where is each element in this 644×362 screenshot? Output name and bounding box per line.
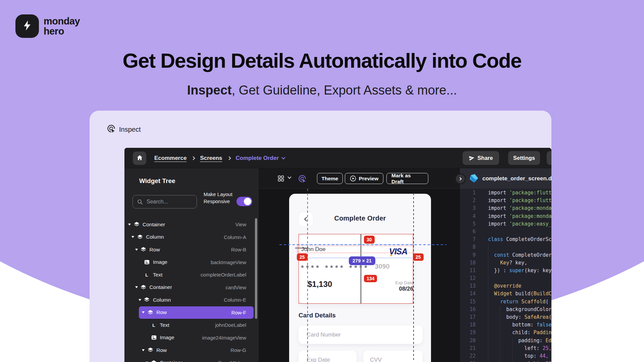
tree-row-Row-G[interactable]: RowRow-G <box>139 344 254 357</box>
line-number: 18 <box>460 321 476 329</box>
code-editor[interactable]: 1import 'package:flutt2import 'package:f… <box>460 189 551 362</box>
cvv-placeholder: CVV <box>370 357 382 362</box>
preview-button[interactable]: Preview <box>345 173 383 184</box>
breadcrumb-current-screen[interactable]: Complete Order <box>236 155 285 162</box>
phone-screen: Complete Order John Doe VISA 30 25 25 13… <box>289 194 431 362</box>
tree-row-detail: image24ImageView <box>202 335 246 341</box>
layers-icon <box>151 360 157 362</box>
breadcrumb-screens[interactable]: Screens <box>200 155 222 162</box>
play-icon <box>350 175 356 182</box>
line-number: 1 <box>460 189 476 197</box>
theme-button[interactable]: Theme <box>317 173 343 184</box>
tree-row-johnDoeLabel[interactable]: LTextjohnDoeLabel <box>143 319 254 331</box>
tree-scrollbar[interactable] <box>255 218 257 319</box>
caret-down-icon[interactable] <box>135 286 141 288</box>
caret-down-icon[interactable] <box>131 236 137 238</box>
mark-as-draft-button[interactable]: Mark as Draft <box>386 173 428 184</box>
make-layout-responsive-label: Make Layout Responsive <box>204 191 236 205</box>
send-icon <box>468 155 475 161</box>
caret-down-icon[interactable] <box>135 249 141 251</box>
code-line: 19 child: Paddin <box>460 329 551 337</box>
search-icon <box>137 199 143 205</box>
line-number: 20 <box>460 337 476 345</box>
inspect-chip: Inspect <box>107 124 141 135</box>
chevron-down-icon[interactable] <box>287 175 291 179</box>
subtitle-bold: Inspect <box>187 83 232 97</box>
logo-mark <box>15 14 39 38</box>
tree-row-backImageView[interactable]: ImagebackImageView <box>136 256 254 269</box>
preview-label: Preview <box>359 176 379 182</box>
design-canvas: Theme Preview Mark as Draft Complete Ord… <box>259 168 460 362</box>
line-number: 8 <box>460 243 476 251</box>
line-number: 3 <box>460 204 476 212</box>
home-icon <box>137 155 143 162</box>
tree-row-Row-B[interactable]: RowRow-B <box>132 243 254 256</box>
breadcrumb-current-label: Complete Order <box>236 155 279 162</box>
tree-row-Row-F[interactable]: RowRow-F <box>139 306 254 319</box>
code-line: 3import 'package:monda <box>460 204 551 212</box>
card-number-placeholder: Card Number <box>307 331 341 338</box>
tree-row-detail: ellipse50View <box>216 360 246 362</box>
svg-text:L: L <box>146 273 148 278</box>
caret-down-icon[interactable] <box>128 224 133 226</box>
tree-row-label: Text <box>160 322 169 328</box>
code-line: 21 left: 25, <box>460 345 551 352</box>
tree-row-detail: backImageView <box>211 259 246 265</box>
line-number: 15 <box>460 298 476 306</box>
share-button[interactable]: Share <box>463 151 499 165</box>
tree-row-ellipse50View[interactable]: Containerellipse50View <box>143 357 254 362</box>
home-button[interactable] <box>133 152 146 165</box>
text-icon: L <box>144 272 150 278</box>
responsive-toggle[interactable] <box>236 197 252 206</box>
tree-row-label: Column <box>153 297 171 303</box>
measure-badge-right: 25 <box>413 253 424 261</box>
chevron-right-icon <box>459 177 462 181</box>
line-number: 4 <box>460 213 476 220</box>
tree-row-detail: cardView <box>226 285 246 290</box>
inspect-chip-label: Inspect <box>119 126 141 133</box>
chevron-right-icon <box>227 156 231 160</box>
search-box[interactable] <box>132 195 197 208</box>
caret-down-icon[interactable] <box>139 299 144 301</box>
grid-view-icon[interactable] <box>278 175 284 183</box>
guide-vertical-black <box>413 193 414 362</box>
line-number: 9 <box>460 251 476 259</box>
mark-as-draft-label: Mark as Draft <box>391 173 423 185</box>
code-line: 9 const CompleteOrder <box>460 251 551 259</box>
tree-row-completeOrderLabel[interactable]: LTextcompleteOrderLabel <box>136 268 254 281</box>
line-number: 6 <box>460 228 476 236</box>
inspect-mode-icon[interactable] <box>298 174 307 184</box>
tree-row-detail: Column-A <box>224 234 246 240</box>
code-line: 22 top: 44, <box>460 352 551 360</box>
settings-button[interactable]: Settings <box>508 151 540 165</box>
expand-code-panel-button[interactable] <box>455 173 466 184</box>
code-line: 12 <box>460 275 551 282</box>
caret-down-icon[interactable] <box>142 311 147 313</box>
tree-row-detail: completeOrderLabel <box>201 272 246 278</box>
lightning-bolt-icon <box>21 19 33 33</box>
search-input[interactable] <box>146 198 190 205</box>
inspect-icon <box>107 124 116 135</box>
layers-icon <box>141 247 147 253</box>
line-number: 17 <box>460 313 476 321</box>
code-line: 17 body: SafeArea( <box>460 313 551 321</box>
breadcrumb-ecommerce[interactable]: Ecommerce <box>154 155 186 162</box>
line-number: 19 <box>460 329 476 337</box>
page-title: Get Design Details Automatically into Co… <box>0 49 644 72</box>
caret-down-icon[interactable] <box>142 349 147 351</box>
share-label: Share <box>478 155 493 161</box>
tree-row-cardView[interactable]: ContainercardView <box>132 281 254 294</box>
card-number-field[interactable]: Card Number <box>299 325 423 344</box>
code-line: 2import 'package:flutt <box>460 197 551 204</box>
clipped-toolbar-button[interactable] <box>547 151 551 165</box>
line-number: 13 <box>460 282 476 290</box>
tree-row-Column-E[interactable]: ColumnColumn-E <box>136 294 254 306</box>
code-line: 20 padding: Ed <box>460 337 551 345</box>
breadcrumb: Ecommerce Screens Complete Order <box>154 148 285 168</box>
line-number: 7 <box>460 236 476 243</box>
code-line: 11 }) : super(key: key <box>460 267 551 275</box>
code-line: 16 backgroundColor <box>460 306 551 313</box>
tree-row-View[interactable]: ContainerView <box>125 218 254 231</box>
tree-row-image24ImageView[interactable]: Imageimage24ImageView <box>143 331 254 344</box>
tree-row-Column-A[interactable]: ColumnColumn-A <box>128 231 254 244</box>
